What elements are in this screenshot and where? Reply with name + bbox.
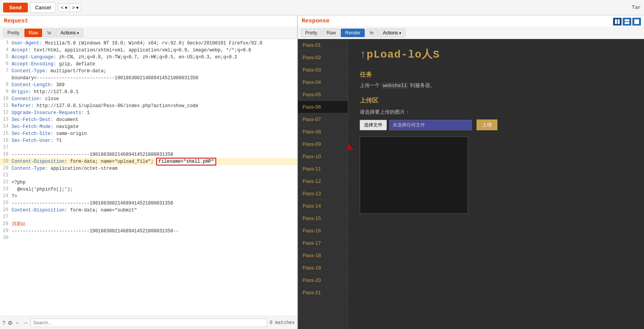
nav-prev-match-button[interactable]: ← [15,320,20,326]
sidebar-item-pass03[interactable]: Pass-03 [298,64,348,76]
code-line-22: 22 <?php [0,179,297,186]
upload-button[interactable]: 上传 [477,119,497,130]
svg-rect-3 [625,22,629,24]
upload-label: 请选择要上传的图片： [360,109,632,116]
file-name-label: 未选择任何文件 [389,120,472,130]
sidebar-item-pass10[interactable]: Pass-10 [298,150,348,163]
nav-group: < ▾ > ▾ [58,3,81,12]
resp-tab-raw[interactable]: Raw [322,29,340,37]
resp-tab-actions[interactable]: Actions ▾ [379,29,405,37]
task-heading: 任务 [360,71,632,79]
choose-file-button[interactable]: 选择文件 [360,120,387,130]
response-sidebar[interactable]: Pass-01 Pass-02 Pass-03 Pass-04 Pass-05 … [298,39,348,329]
tab-pretty[interactable]: Pretty [3,29,24,37]
code-line-25: 25 ----------------------------190186300… [0,200,297,207]
tab-actions[interactable]: Actions ▾ [56,29,83,37]
code-line-5: 5 Accept-Language: zh-CN, zh;q=0.8, zh-T… [0,54,297,61]
sidebar-item-pass02[interactable]: Pass-02 [298,51,348,64]
code-line-20: 20 Content-Type: application/octet-strea… [0,165,297,172]
sidebar-item-pass13[interactable]: Pass-13 [298,188,348,200]
code-line-14: 14 Sec-Fetch-Mode: navigate [0,123,297,130]
resp-tab-pretty[interactable]: Pretty [301,29,321,37]
file-input-row: 选择文件 未选择任何文件 上传 [360,119,632,130]
code-line-15: 15 Sec-Fetch-Site: same-origin [0,130,297,137]
search-input[interactable] [31,319,267,327]
sidebar-item-pass15[interactable]: Pass-15 [298,212,348,225]
sidebar-item-pass05[interactable]: Pass-05 [298,89,348,101]
help-icon-button[interactable]: ? [2,320,5,326]
cancel-button[interactable]: Cancel [30,2,56,13]
sidebar-item-pass12[interactable]: Pass-12 [298,175,348,188]
code-line-6: 6 Accept-Encoding: gzip, deflate [0,61,297,68]
response-main-content: ↑pLoad-lo人S 任务 上传一个 webshell 到服务器。 上传区 请… [348,39,644,329]
sidebar-item-pass18[interactable]: Pass-18 [298,249,348,262]
response-rendered-content: Pass-01 Pass-02 Pass-03 Pass-04 Pass-05 … [298,39,644,329]
code-line-19: 19 Content-Disposition: form-data; name=… [0,158,297,165]
search-bar: ? ⚙ ← → 0 matches [0,316,297,329]
nav-next-match-button[interactable]: → [23,320,28,326]
resp-actions-label: Actions [383,30,398,36]
response-panel-header: Response [298,15,644,27]
sidebar-item-pass09[interactable]: Pass-09 [298,138,348,150]
top-toolbar: Send Cancel < ▾ > ▾ Tar [0,0,644,15]
code-line-16: 16 Sec-Fetch-User: ?1 [0,137,297,144]
code-line-27: 27 [0,214,297,221]
sidebar-item-pass19[interactable]: Pass-19 [298,262,348,274]
sidebar-item-pass17[interactable]: Pass-17 [298,237,348,249]
code-line-30: 30 [0,235,297,242]
resp-tab-render[interactable]: Render [341,29,364,37]
tab-raw[interactable]: Raw [24,29,42,37]
response-tab-bar: Pretty Raw Render \n Actions ▾ [298,27,644,39]
svg-rect-2 [625,19,629,21]
request-code-area[interactable]: 3 User-Agent: Mozilla/5.0 (Windows NT 10… [0,39,297,316]
code-line-21: 21 [0,172,297,179]
sidebar-item-pass21[interactable]: Pass-21 [298,286,348,299]
view-split-button[interactable] [613,18,622,26]
tab-newline[interactable]: \n [43,29,55,37]
sidebar-item-pass04[interactable]: Pass-04 [298,76,348,89]
settings-icon-button[interactable]: ⚙ [8,320,13,326]
svg-rect-4 [634,19,639,24]
preview-box [360,136,468,214]
chevron-down-icon: ▾ [77,31,79,35]
sidebar-item-pass16[interactable]: Pass-16 [298,225,348,237]
send-button[interactable]: Send [3,3,28,12]
resp-chevron-down-icon: ▾ [399,31,401,35]
response-panel: Response Pretty Raw Render \n Actions ▾ [298,15,644,329]
code-line-29: 29 ----------------------------190186300… [0,228,297,235]
code-line-10: 10 Connection: close [0,95,297,102]
preview-container [360,136,468,214]
task-section: 任务 上传一个 webshell 到服务器。 [360,71,632,89]
sidebar-item-pass11[interactable]: Pass-11 [298,163,348,175]
code-line-boundary: boundary=----------------------------190… [0,75,297,82]
sidebar-item-pass14[interactable]: Pass-14 [298,200,348,212]
code-line-12: 12 Upgrade-Insecure-Requests: 1 [0,109,297,116]
svg-rect-1 [618,19,620,24]
request-panel-header: Request [0,15,297,27]
nav-back-button[interactable]: < ▾ [58,4,70,12]
matches-count: 0 matches [270,320,295,326]
code-line-9: 9 Origin: http://127.0.0.1 [0,89,297,95]
code-line-11: 11 Referer: http://127.0.0.1/upload/Pass… [0,102,297,109]
tab-title: Tar [632,5,641,10]
nav-forward-button[interactable]: > ▾ [70,4,81,12]
sidebar-item-pass07[interactable]: Pass-07 [298,113,348,126]
task-description: 上传一个 webshell 到服务器。 [360,82,632,89]
code-line-13: 13 Sec-Fetch-Dest: document [0,116,297,123]
sidebar-item-pass08[interactable]: Pass-08 [298,126,348,138]
view-single-button[interactable] [632,18,641,26]
sidebar-item-pass20[interactable]: Pass-20 [298,274,348,286]
sidebar-item-pass01[interactable]: Pass-01 [298,39,348,51]
svg-rect-0 [615,19,617,24]
resp-tab-newline[interactable]: \n [366,29,378,37]
code-line-28: 28 消署結 [0,221,297,228]
sidebar-item-pass06[interactable]: Pass-06 [298,101,348,113]
svg-line-6 [348,121,354,150]
main-area: Request Pretty Raw \n Actions ▾ 3 User-A… [0,15,644,329]
code-line-7: 7 Content-Type: multipart/form-data; [0,68,297,75]
code-line-24: 24 ?> [0,193,297,200]
code-line-17: 17 [0,144,297,151]
upload-section: 上传区 请选择要上传的图片： 选择文件 未选择任何文件 上传 [360,97,632,215]
view-horizontal-button[interactable] [623,18,631,26]
filename-highlight: filename="shell.pHP" [156,158,216,165]
